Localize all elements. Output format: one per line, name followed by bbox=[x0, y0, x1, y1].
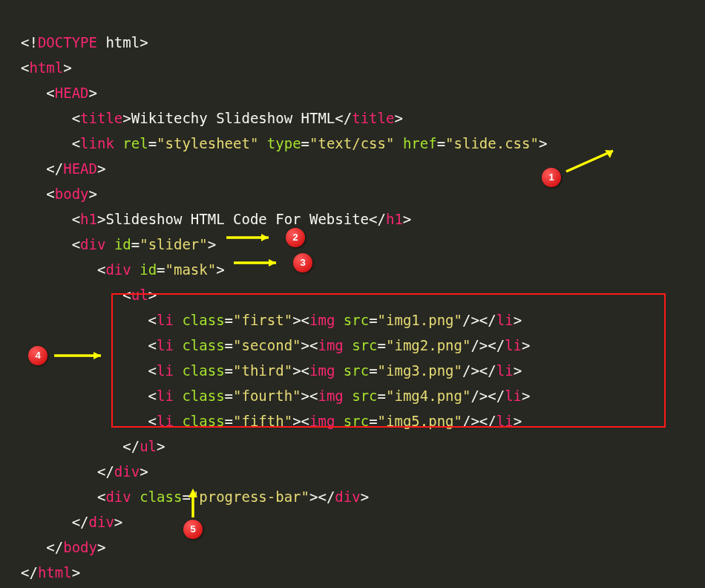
attr-class-progress: class bbox=[140, 489, 182, 505]
img1-tag: img bbox=[309, 312, 335, 328]
code-block: <!DOCTYPE html> <html> <HEAD> <title>Wik… bbox=[0, 0, 547, 585]
doctype-open: <! bbox=[21, 34, 38, 50]
div-progress-open: div bbox=[105, 489, 131, 505]
doctype-rest: html bbox=[97, 34, 140, 50]
h1-close-tag: h1 bbox=[386, 211, 403, 227]
img4-src-attr: src bbox=[352, 388, 377, 404]
li5-open: li bbox=[157, 413, 174, 429]
div-slider-close: div bbox=[89, 514, 114, 530]
attr-rel: rel bbox=[122, 135, 148, 151]
svg-marker-1 bbox=[605, 150, 613, 158]
li3-class-val: "third" bbox=[233, 362, 292, 379]
ul-open-tag: ul bbox=[131, 287, 148, 303]
arrow-annotation-1 bbox=[559, 145, 629, 174]
li3-open: li bbox=[157, 362, 174, 379]
svg-line-0 bbox=[566, 151, 613, 172]
li4-class-val: "fourth" bbox=[233, 388, 301, 404]
html-open-tag: html bbox=[29, 59, 63, 76]
val-progress: "progress-bar" bbox=[191, 489, 309, 505]
h1-text: Slideshow HTML Code For Website bbox=[105, 211, 369, 227]
li5-class-attr: class bbox=[182, 413, 224, 429]
img5-src-val: "img5.png" bbox=[378, 413, 462, 429]
div-mask-close: div bbox=[114, 463, 140, 480]
h1-open-tag: h1 bbox=[80, 211, 97, 227]
li5-close: li bbox=[496, 413, 514, 429]
val-slider: "slider" bbox=[140, 236, 208, 252]
div-progress-close: div bbox=[335, 489, 360, 505]
head-close-tag: HEAD bbox=[63, 160, 97, 177]
li3-close: li bbox=[496, 362, 514, 379]
li3-class-attr: class bbox=[182, 362, 224, 379]
val-mask: "mask" bbox=[165, 261, 217, 278]
attr-id-slider: id bbox=[114, 236, 131, 252]
li2-open: li bbox=[157, 337, 174, 353]
div-mask-open: div bbox=[105, 261, 131, 278]
val-href: "slide.css" bbox=[445, 135, 539, 151]
img2-src-val: "img2.png" bbox=[386, 337, 470, 353]
img3-src-attr: src bbox=[344, 362, 369, 379]
img5-tag: img bbox=[309, 413, 335, 429]
li2-class-val: "second" bbox=[233, 337, 301, 353]
div-slider-open: div bbox=[80, 236, 105, 252]
attr-id-mask: id bbox=[140, 261, 157, 278]
li1-class-attr: class bbox=[182, 312, 224, 328]
li5-class-val: "fifth" bbox=[233, 413, 292, 429]
img1-src-val: "img1.png" bbox=[378, 312, 462, 328]
title-close-tag: title bbox=[352, 110, 394, 126]
img5-src-attr: src bbox=[344, 413, 369, 429]
attr-type: type bbox=[267, 135, 301, 151]
code-editor: <!DOCTYPE html> <html> <HEAD> <title>Wik… bbox=[0, 0, 705, 588]
img1-src-attr: src bbox=[344, 312, 369, 328]
img3-src-val: "img3.png" bbox=[378, 362, 462, 379]
li1-close: li bbox=[496, 312, 514, 328]
img4-tag: img bbox=[318, 388, 343, 404]
li2-close: li bbox=[505, 337, 522, 353]
html-close-tag: html bbox=[38, 564, 72, 581]
img2-tag: img bbox=[318, 337, 343, 353]
li4-open: li bbox=[157, 388, 174, 404]
li2-class-attr: class bbox=[182, 337, 224, 353]
li1-open: li bbox=[157, 312, 174, 328]
img3-tag: img bbox=[309, 362, 335, 379]
img2-src-attr: src bbox=[352, 337, 377, 353]
val-type: "text/css" bbox=[309, 135, 394, 151]
body-close-tag: body bbox=[63, 539, 97, 555]
li4-close: li bbox=[505, 388, 522, 404]
li4-class-attr: class bbox=[182, 388, 224, 404]
head-open-tag: HEAD bbox=[55, 85, 89, 101]
title-open-tag: title bbox=[80, 110, 122, 126]
title-text: Wikitechy Slideshow HTML bbox=[131, 110, 335, 126]
img4-src-val: "img4.png" bbox=[386, 388, 470, 404]
li1-class-val: "first" bbox=[233, 312, 292, 328]
body-open-tag: body bbox=[55, 186, 89, 202]
doctype-tag: DOCTYPE bbox=[38, 34, 97, 50]
val-rel: "stylesheet" bbox=[157, 135, 258, 151]
ul-close-tag: ul bbox=[140, 438, 157, 454]
link-tag: link bbox=[80, 135, 114, 151]
attr-href: href bbox=[403, 135, 437, 151]
